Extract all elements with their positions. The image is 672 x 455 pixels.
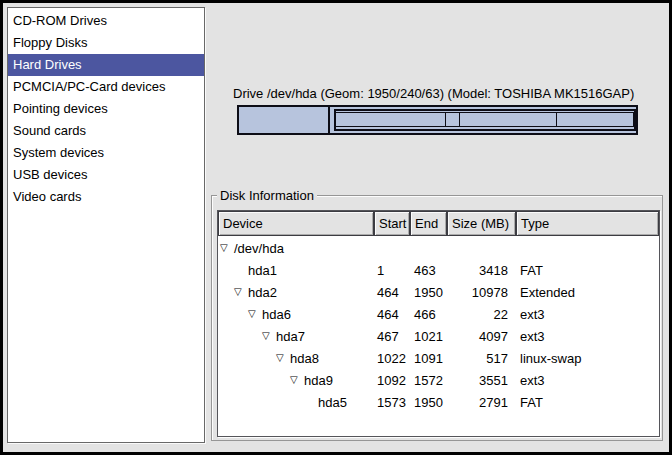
device-category-list: CD-ROM Drives Floppy Disks Hard Drives P… bbox=[7, 7, 205, 443]
table-row-hda5[interactable]: hda5 1573 1950 2791 FAT bbox=[218, 391, 659, 413]
end-cell: 466 bbox=[410, 307, 447, 322]
start-cell: 464 bbox=[374, 285, 410, 300]
device-name: hda1 bbox=[248, 263, 277, 278]
device-name: /dev/hda bbox=[234, 241, 284, 256]
start-cell: 464 bbox=[374, 307, 410, 322]
type-cell: ext3 bbox=[516, 307, 659, 322]
expander-icon[interactable]: ▽ bbox=[276, 353, 290, 363]
device-cell: hda5 bbox=[218, 395, 374, 410]
hardware-browser-window: CD-ROM Drives Floppy Disks Hard Drives P… bbox=[0, 0, 672, 455]
sidebar-item-sound-cards[interactable]: Sound cards bbox=[8, 120, 204, 142]
partition-segment-hda2-extended bbox=[334, 109, 636, 131]
table-row-hda9[interactable]: ▽ hda9 1092 1572 3551 ext3 bbox=[218, 369, 659, 391]
table-row-hda8[interactable]: ▽ hda8 1022 1091 517 linux-swap bbox=[218, 347, 659, 369]
disk-info-table: Device Start End Size (MB) Type ▽ /dev/h… bbox=[217, 210, 660, 437]
disk-information-label: Disk Information bbox=[217, 188, 317, 203]
type-cell: Extended bbox=[516, 285, 659, 300]
device-cell: ▽ hda9 bbox=[218, 373, 374, 388]
partition-segment-hda7 bbox=[336, 112, 446, 127]
type-cell: ext3 bbox=[516, 329, 659, 344]
sidebar-item-usb-devices[interactable]: USB devices bbox=[8, 164, 204, 186]
logical-partitions-strip bbox=[336, 112, 634, 127]
column-header-size[interactable]: Size (MB) bbox=[447, 211, 516, 236]
disk-information-group: Disk Information Device Start End Size (… bbox=[211, 195, 663, 441]
device-name: hda5 bbox=[318, 395, 347, 410]
type-cell: FAT bbox=[516, 263, 659, 278]
type-cell: ext3 bbox=[516, 373, 659, 388]
sidebar-item-hard-drives[interactable]: Hard Drives bbox=[8, 54, 204, 76]
size-cell: 2791 bbox=[447, 395, 516, 410]
device-name: hda9 bbox=[304, 373, 333, 388]
expander-icon[interactable]: ▽ bbox=[234, 287, 248, 297]
device-cell: ▽ hda2 bbox=[218, 285, 374, 300]
start-cell: 1 bbox=[374, 263, 410, 278]
device-cell: ▽ hda7 bbox=[218, 329, 374, 344]
end-cell: 1950 bbox=[410, 285, 447, 300]
device-name: hda8 bbox=[290, 351, 319, 366]
size-cell: 517 bbox=[447, 351, 516, 366]
type-cell: linux-swap bbox=[516, 351, 659, 366]
sidebar-item-floppy-disks[interactable]: Floppy Disks bbox=[8, 32, 204, 54]
end-cell: 1091 bbox=[410, 351, 447, 366]
table-row-hda6[interactable]: ▽ hda6 464 466 22 ext3 bbox=[218, 303, 659, 325]
sidebar-item-pcmcia-devices[interactable]: PCMCIA/PC-Card devices bbox=[8, 76, 204, 98]
size-cell: 3418 bbox=[447, 263, 516, 278]
device-name: hda2 bbox=[248, 285, 277, 300]
start-cell: 1573 bbox=[374, 395, 410, 410]
partition-segment-hda1 bbox=[239, 107, 330, 133]
column-header-end[interactable]: End bbox=[410, 211, 447, 236]
drive-partition-bar bbox=[237, 105, 638, 135]
size-cell: 10978 bbox=[447, 285, 516, 300]
column-header-device[interactable]: Device bbox=[218, 211, 374, 236]
partition-segment-hda9 bbox=[460, 112, 557, 127]
type-cell: FAT bbox=[516, 395, 659, 410]
partition-segment-hda5 bbox=[557, 112, 634, 127]
end-cell: 1572 bbox=[410, 373, 447, 388]
column-header-type[interactable]: Type bbox=[516, 211, 659, 236]
expander-icon[interactable]: ▽ bbox=[220, 243, 234, 253]
device-cell: ▽ /dev/hda bbox=[218, 241, 374, 256]
size-cell: 22 bbox=[447, 307, 516, 322]
sidebar-item-pointing-devices[interactable]: Pointing devices bbox=[8, 98, 204, 120]
table-row-hda7[interactable]: ▽ hda7 467 1021 4097 ext3 bbox=[218, 325, 659, 347]
device-cell: hda1 bbox=[218, 263, 374, 278]
start-cell: 1022 bbox=[374, 351, 410, 366]
device-name: hda7 bbox=[276, 329, 305, 344]
table-row-hda1[interactable]: hda1 1 463 3418 FAT bbox=[218, 259, 659, 281]
sidebar-item-video-cards[interactable]: Video cards bbox=[8, 186, 204, 208]
disk-info-table-header: Device Start End Size (MB) Type bbox=[218, 211, 659, 236]
size-cell: 3551 bbox=[447, 373, 516, 388]
device-cell: ▽ hda6 bbox=[218, 307, 374, 322]
end-cell: 463 bbox=[410, 263, 447, 278]
partition-segment-hda8 bbox=[446, 112, 460, 127]
end-cell: 1950 bbox=[410, 395, 447, 410]
device-cell: ▽ hda8 bbox=[218, 351, 374, 366]
table-row-dev-hda[interactable]: ▽ /dev/hda bbox=[218, 237, 659, 259]
expander-icon[interactable]: ▽ bbox=[262, 331, 276, 341]
sidebar-item-system-devices[interactable]: System devices bbox=[8, 142, 204, 164]
drive-title: Drive /dev/hda (Geom: 1950/240/63) (Mode… bbox=[233, 86, 634, 101]
table-row-hda2[interactable]: ▽ hda2 464 1950 10978 Extended bbox=[218, 281, 659, 303]
device-name: hda6 bbox=[262, 307, 291, 322]
expander-icon[interactable]: ▽ bbox=[290, 375, 304, 385]
expander-icon[interactable]: ▽ bbox=[248, 309, 262, 319]
column-header-start[interactable]: Start bbox=[374, 211, 410, 236]
start-cell: 1092 bbox=[374, 373, 410, 388]
size-cell: 4097 bbox=[447, 329, 516, 344]
disk-info-table-body: ▽ /dev/hda hda1 1 463 3418 bbox=[218, 236, 659, 413]
sidebar-item-cdrom-drives[interactable]: CD-ROM Drives bbox=[8, 10, 204, 32]
start-cell: 467 bbox=[374, 329, 410, 344]
end-cell: 1021 bbox=[410, 329, 447, 344]
